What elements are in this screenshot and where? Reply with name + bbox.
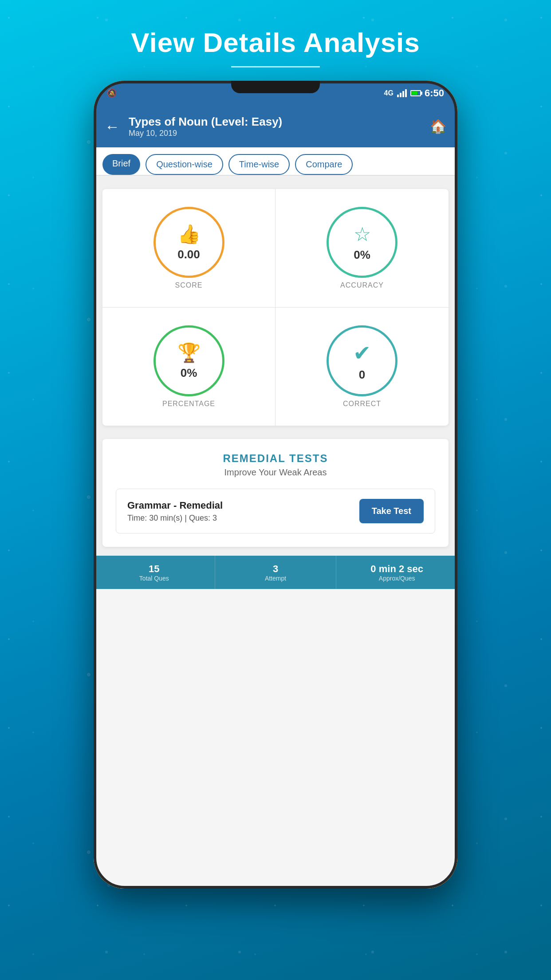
status-bar-right: 4G 6:50 [384,87,444,99]
notification-icon: 🔕 [107,88,117,98]
home-button[interactable]: 🏠 [430,119,446,134]
signal-bar-3 [402,91,404,97]
stat-circle-accuracy: ☆ 0% [327,207,398,278]
phone-frame: 🔕 4G 6:50 ← Types of Noun (Level: [94,81,457,889]
total-ques-label: Total Ques [139,575,169,582]
status-time: 6:50 [425,87,444,99]
stat-circle-percentage: 🏆 0% [153,325,224,396]
total-ques-value: 15 [149,563,159,575]
percentage-label: PERCENTAGE [162,400,215,408]
remedial-subtitle: Improve Your Weak Areas [116,467,435,478]
stat-cell-correct: ✔ 0 CORRECT [276,308,449,426]
percentage-value: 0% [181,366,197,380]
tab-question-wise[interactable]: Question-wise [146,154,223,175]
header-title: Types of Noun (Level: Easy) [129,115,421,129]
header-title-area: Types of Noun (Level: Easy) May 10, 2019 [129,115,421,138]
stat-cell-accuracy: ☆ 0% ACCURACY [276,189,449,308]
tabs-bar: Brief Question-wise Time-wise Compare [94,147,457,176]
accuracy-value: 0% [354,248,370,262]
bottom-stat-time: 0 min 2 sec Approx/Ques [336,556,457,589]
tab-time-wise[interactable]: Time-wise [228,154,290,175]
attempt-value: 3 [273,563,278,575]
score-value: 0.00 [177,248,200,261]
time-value: 0 min 2 sec [370,563,423,575]
phone-screen: 🔕 4G 6:50 ← Types of Noun (Level: [94,81,457,889]
page-title-area: View Details Analysis [131,0,420,67]
remedial-card: Grammar - Remedial Time: 30 min(s) | Que… [116,489,435,533]
stat-circle-correct: ✔ 0 [327,325,398,396]
correct-label: CORRECT [343,400,381,408]
stat-circle-score: 👍 0.00 [153,207,224,278]
accuracy-label: ACCURACY [340,281,384,289]
star-icon: ☆ [354,223,371,245]
signal-bar-4 [405,89,407,97]
page-title: View Details Analysis [131,27,420,58]
signal-label: 4G [384,89,394,97]
remedial-card-meta: Time: 30 min(s) | Ques: 3 [127,514,223,523]
phone-notch [231,81,320,93]
battery-icon [410,90,421,96]
take-test-button[interactable]: Take Test [359,499,424,523]
tab-brief[interactable]: Brief [102,154,140,175]
bottom-stat-total: 15 Total Ques [94,556,215,589]
header-date: May 10, 2019 [129,129,421,138]
signal-bar-2 [400,93,401,97]
app-header: ← Types of Noun (Level: Easy) May 10, 20… [94,105,457,147]
title-divider [231,66,320,67]
tab-compare[interactable]: Compare [295,154,353,175]
stat-cell-percentage: 🏆 0% PERCENTAGE [102,308,276,426]
time-label: Approx/Ques [379,575,415,582]
checkmark-icon: ✔ [353,340,371,365]
remedial-card-info: Grammar - Remedial Time: 30 min(s) | Que… [127,500,223,523]
stats-grid: 👍 0.00 SCORE ☆ 0% ACCURACY 🏆 [102,189,449,426]
thumbs-up-icon: 👍 [177,223,201,245]
bottom-bar: 15 Total Ques 3 Attempt 0 min 2 sec Appr… [94,556,457,589]
correct-value: 0 [359,368,365,382]
signal-bars [397,89,407,97]
signal-bar-1 [397,95,399,97]
stat-cell-score: 👍 0.00 SCORE [102,189,276,308]
remedial-title: REMEDIAL TESTS [116,452,435,465]
battery-fill [412,91,417,95]
bottom-stat-attempt: 3 Attempt [215,556,337,589]
trophy-icon: 🏆 [177,342,201,364]
status-bar-left: 🔕 [107,88,119,98]
back-button[interactable]: ← [105,119,120,134]
remedial-card-title: Grammar - Remedial [127,500,223,511]
score-label: SCORE [175,281,203,289]
attempt-label: Attempt [265,575,286,582]
remedial-section: REMEDIAL TESTS Improve Your Weak Areas G… [102,439,449,547]
main-content: 👍 0.00 SCORE ☆ 0% ACCURACY 🏆 [94,176,457,556]
